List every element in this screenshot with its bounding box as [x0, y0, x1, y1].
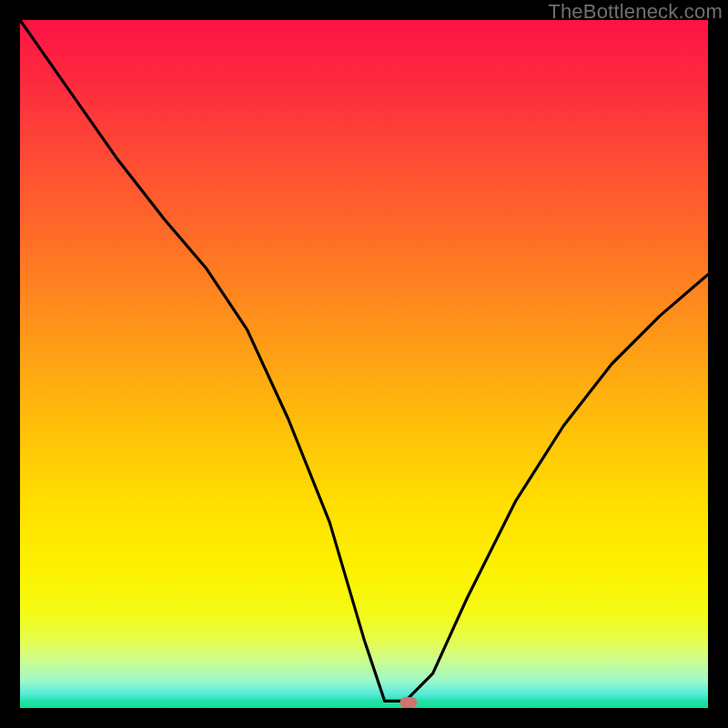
- watermark-text: TheBottleneck.com: [548, 0, 723, 24]
- chart-frame: TheBottleneck.com: [0, 0, 728, 728]
- optimal-point-marker: [400, 697, 418, 708]
- bottleneck-curve: [20, 20, 708, 708]
- plot-area: [20, 20, 708, 708]
